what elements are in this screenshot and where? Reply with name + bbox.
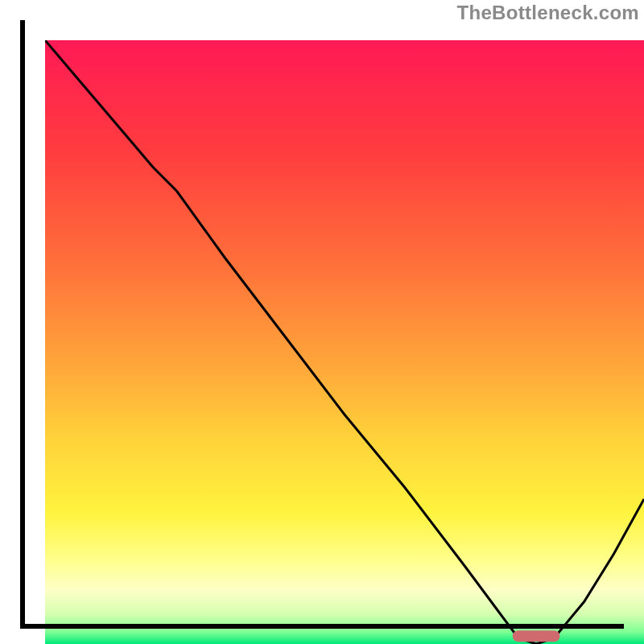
heat-gradient — [45, 40, 644, 644]
x-axis — [20, 624, 624, 629]
y-axis — [20, 20, 25, 624]
gradient-plot — [45, 40, 644, 644]
plot-area — [20, 20, 624, 624]
watermark-text: TheBottleneck.com — [457, 2, 639, 24]
chart-stage: TheBottleneck.com — [0, 0, 644, 644]
